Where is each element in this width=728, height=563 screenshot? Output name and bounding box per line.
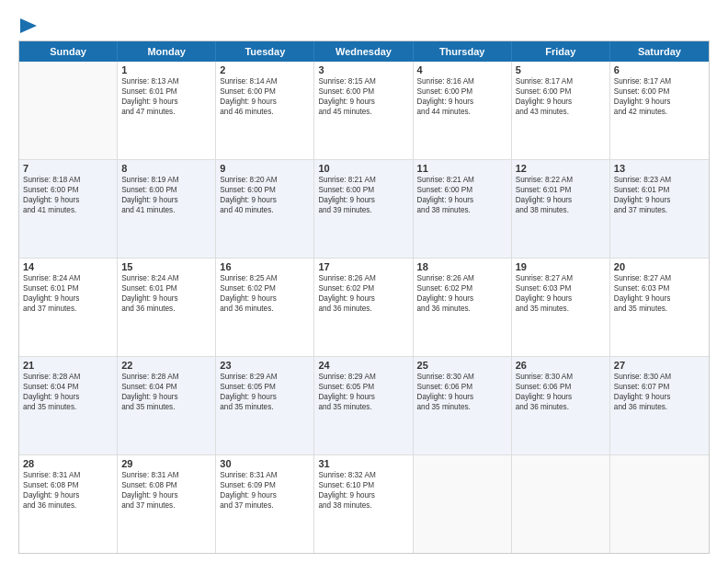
day-number: 15	[121, 261, 211, 272]
cell-line: Sunset: 6:00 PM	[417, 185, 507, 195]
cell-line: Sunset: 6:01 PM	[23, 283, 113, 293]
cell-line: Sunrise: 8:16 AM	[417, 76, 507, 86]
cell-line: Daylight: 9 hours	[318, 392, 408, 402]
cell-line: Sunrise: 8:26 AM	[318, 273, 408, 283]
cell-line: and 39 minutes.	[318, 205, 408, 215]
day-number: 31	[318, 458, 408, 469]
cell-line: Sunrise: 8:28 AM	[23, 372, 113, 382]
cell-line: Sunset: 6:05 PM	[220, 382, 310, 392]
cell-line: Daylight: 9 hours	[220, 293, 310, 304]
cal-row: 14Sunrise: 8:24 AMSunset: 6:01 PMDayligh…	[19, 259, 709, 357]
cell-line: Sunrise: 8:27 AM	[516, 273, 606, 283]
cell-line: Daylight: 9 hours	[220, 392, 310, 402]
cell-line: and 36 minutes.	[614, 402, 705, 412]
cell-line: and 38 minutes.	[318, 500, 408, 511]
cell-line: Sunset: 6:00 PM	[516, 86, 606, 97]
cal-cell	[610, 455, 709, 553]
cell-line: and 36 minutes.	[516, 402, 606, 412]
cell-line: Sunrise: 8:17 AM	[516, 76, 606, 86]
cell-line: Sunset: 6:01 PM	[121, 86, 211, 97]
cal-cell: 26Sunrise: 8:30 AMSunset: 6:06 PMDayligh…	[512, 357, 610, 454]
cal-cell: 14Sunrise: 8:24 AMSunset: 6:01 PMDayligh…	[19, 259, 118, 356]
day-number: 18	[417, 261, 507, 272]
cell-line: Daylight: 9 hours	[23, 392, 113, 402]
cal-cell: 22Sunrise: 8:28 AMSunset: 6:04 PMDayligh…	[118, 357, 216, 454]
cal-cell: 9Sunrise: 8:20 AMSunset: 6:00 PMDaylight…	[216, 160, 314, 258]
cal-cell: 16Sunrise: 8:25 AMSunset: 6:02 PMDayligh…	[216, 259, 314, 356]
cell-line: Daylight: 9 hours	[417, 392, 507, 402]
cell-line: Sunrise: 8:21 AM	[318, 175, 408, 185]
cell-line: Sunrise: 8:32 AM	[318, 470, 408, 480]
cell-line: and 35 minutes.	[417, 402, 507, 412]
cell-line: Sunrise: 8:31 AM	[121, 470, 211, 480]
cell-line: and 37 minutes.	[220, 500, 310, 511]
day-number: 24	[318, 360, 408, 371]
cal-header-cell: Sunday	[19, 41, 118, 62]
cal-header-cell: Friday	[512, 41, 610, 62]
header	[18, 17, 710, 33]
calendar: SundayMondayTuesdayWednesdayThursdayFrid…	[18, 40, 710, 554]
cal-cell: 21Sunrise: 8:28 AMSunset: 6:04 PMDayligh…	[19, 357, 118, 454]
cell-line: Daylight: 9 hours	[121, 195, 211, 205]
day-number: 17	[318, 261, 408, 272]
day-number: 23	[220, 360, 310, 371]
cal-cell: 24Sunrise: 8:29 AMSunset: 6:05 PMDayligh…	[314, 357, 413, 454]
cal-header-cell: Monday	[118, 41, 216, 62]
cal-row: 1Sunrise: 8:13 AMSunset: 6:01 PMDaylight…	[19, 62, 709, 160]
logo-general	[18, 17, 40, 33]
cell-line: and 35 minutes.	[516, 304, 606, 314]
cal-cell: 6Sunrise: 8:17 AMSunset: 6:00 PMDaylight…	[610, 62, 709, 159]
cal-cell: 5Sunrise: 8:17 AMSunset: 6:00 PMDaylight…	[512, 62, 610, 159]
cal-cell: 10Sunrise: 8:21 AMSunset: 6:00 PMDayligh…	[314, 160, 413, 258]
cell-line: Sunrise: 8:30 AM	[417, 372, 507, 382]
cal-cell: 28Sunrise: 8:31 AMSunset: 6:08 PMDayligh…	[19, 455, 118, 553]
cell-line: and 42 minutes.	[614, 107, 705, 117]
cal-cell: 1Sunrise: 8:13 AMSunset: 6:01 PMDaylight…	[118, 62, 216, 159]
cell-line: Daylight: 9 hours	[614, 195, 705, 205]
cell-line: Sunrise: 8:25 AM	[220, 273, 310, 283]
cell-line: Sunset: 6:00 PM	[121, 185, 211, 195]
cell-line: and 36 minutes.	[220, 304, 310, 314]
day-number: 7	[23, 163, 113, 174]
svg-marker-0	[20, 18, 37, 33]
cell-line: Daylight: 9 hours	[23, 490, 113, 500]
cell-line: Sunrise: 8:17 AM	[614, 76, 705, 86]
cal-cell: 4Sunrise: 8:16 AMSunset: 6:00 PMDaylight…	[414, 62, 512, 159]
cell-line: Sunrise: 8:31 AM	[23, 470, 113, 480]
cell-line: Daylight: 9 hours	[516, 97, 606, 107]
cell-line: Daylight: 9 hours	[516, 392, 606, 402]
cell-line: Sunrise: 8:29 AM	[318, 372, 408, 382]
cell-line: Daylight: 9 hours	[417, 293, 507, 304]
cell-line: Sunrise: 8:26 AM	[417, 273, 507, 283]
cal-cell: 17Sunrise: 8:26 AMSunset: 6:02 PMDayligh…	[314, 259, 413, 356]
cell-line: and 37 minutes.	[121, 500, 211, 511]
cal-cell: 13Sunrise: 8:23 AMSunset: 6:01 PMDayligh…	[610, 160, 709, 258]
cell-line: Sunrise: 8:27 AM	[614, 273, 705, 283]
day-number: 28	[23, 458, 113, 469]
cell-line: and 46 minutes.	[220, 107, 310, 117]
cal-cell: 23Sunrise: 8:29 AMSunset: 6:05 PMDayligh…	[216, 357, 314, 454]
day-number: 5	[516, 64, 606, 75]
cell-line: Sunrise: 8:14 AM	[220, 76, 310, 86]
cell-line: Sunset: 6:00 PM	[417, 86, 507, 97]
cell-line: Daylight: 9 hours	[318, 490, 408, 500]
cell-line: and 36 minutes.	[23, 500, 113, 511]
day-number: 10	[318, 163, 408, 174]
cell-line: Sunset: 6:08 PM	[121, 480, 211, 490]
cell-line: Sunrise: 8:21 AM	[417, 175, 507, 185]
cal-row: 7Sunrise: 8:18 AMSunset: 6:00 PMDaylight…	[19, 160, 709, 259]
day-number: 2	[220, 64, 310, 75]
cell-line: Sunset: 6:03 PM	[614, 283, 705, 293]
cal-header-cell: Saturday	[610, 41, 709, 62]
cal-cell: 15Sunrise: 8:24 AMSunset: 6:01 PMDayligh…	[118, 259, 216, 356]
day-number: 27	[614, 360, 705, 371]
cal-header-cell: Thursday	[414, 41, 512, 62]
cell-line: Daylight: 9 hours	[516, 293, 606, 304]
cell-line: Daylight: 9 hours	[417, 195, 507, 205]
cell-line: Sunset: 6:00 PM	[23, 185, 113, 195]
cell-line: Sunset: 6:06 PM	[417, 382, 507, 392]
cal-cell: 29Sunrise: 8:31 AMSunset: 6:08 PMDayligh…	[118, 455, 216, 553]
cell-line: Daylight: 9 hours	[23, 293, 113, 304]
cell-line: Sunset: 6:00 PM	[220, 185, 310, 195]
day-number: 8	[121, 163, 211, 174]
